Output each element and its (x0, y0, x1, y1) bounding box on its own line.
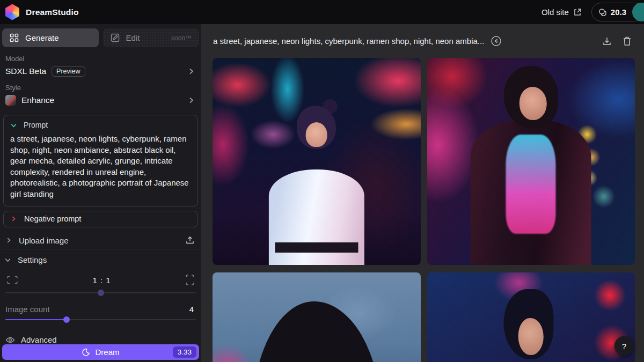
coins-icon (598, 8, 607, 17)
advanced-toggle[interactable]: Advanced (2, 335, 199, 344)
preview-badge: Preview (52, 66, 85, 77)
download-button[interactable] (602, 36, 612, 47)
image-count-row: Image count 4 (2, 305, 199, 314)
negative-prompt-label: Negative prompt (24, 215, 81, 223)
external-link-icon (573, 8, 582, 17)
upload-image-row[interactable]: Upload image (2, 232, 199, 249)
image-count-slider[interactable] (5, 316, 196, 322)
prompt-label: Prompt (24, 121, 48, 129)
dream-cost-badge: 3.33 (173, 346, 196, 358)
sidebar: Generate Edit soon™ Model SDXL Beta Prev… (0, 24, 201, 362)
aspect-ratio-value: 1 : 1 (18, 276, 185, 285)
chevron-right-icon (5, 237, 12, 243)
old-site-label: Old site (541, 8, 569, 17)
style-selector[interactable]: Enhance (2, 94, 199, 107)
generated-image-3[interactable] (213, 272, 421, 362)
landscape-icon[interactable] (6, 275, 18, 285)
figure-decoration (305, 122, 327, 147)
topbar: DreamStudio Old site 20.3 (0, 0, 644, 24)
prompt-section: Prompt a street, japanese, neon lights, … (3, 115, 198, 206)
generated-image-2[interactable] (427, 58, 635, 265)
settings-label: Settings (18, 255, 47, 264)
delete-button[interactable] (622, 36, 632, 47)
moon-icon (82, 348, 90, 357)
image-grid (201, 58, 644, 362)
credits-value: 20.3 (611, 8, 626, 17)
settings-collapse-toggle[interactable]: Settings (2, 254, 199, 267)
tab-edit-label: Edit (126, 33, 140, 42)
upload-image-label: Upload image (19, 236, 69, 245)
dreamstudio-logo-icon (4, 4, 20, 20)
tab-generate[interactable]: Generate (2, 28, 99, 47)
chevron-down-icon (4, 256, 11, 263)
grid-icon (10, 33, 19, 42)
figure-decoration (518, 318, 544, 355)
generated-image-4[interactable] (427, 272, 635, 362)
aspect-ratio-slider[interactable] (5, 289, 196, 295)
chevron-right-icon (10, 216, 17, 222)
dream-button-label: Dream (95, 348, 119, 357)
eye-icon (5, 336, 15, 344)
aspect-ratio-control: 1 : 1 (2, 273, 199, 287)
user-avatar[interactable] (632, 3, 644, 21)
prompt-collapse-toggle[interactable]: Prompt (10, 121, 191, 129)
soon-badge: soon™ (171, 34, 192, 42)
model-value: SDXL Beta (5, 67, 46, 76)
advanced-label: Advanced (21, 335, 57, 344)
style-value: Enhance (21, 95, 54, 105)
aspect-slider-handle[interactable] (98, 290, 104, 296)
upload-icon[interactable] (185, 235, 195, 245)
figure-decoration (519, 87, 546, 120)
figure-decoration (506, 135, 556, 234)
edit-pencil-icon (111, 33, 120, 42)
app-title: DreamStudio (26, 8, 79, 17)
credits-badge[interactable]: 20.3 (591, 3, 644, 21)
generation-header: a street, japanese, neon lights, cyberpu… (201, 24, 644, 58)
style-label: Style (5, 84, 199, 92)
generation-prompt-summary: a street, japanese, neon lights, cyberpu… (213, 36, 484, 46)
image-count-label: Image count (5, 305, 50, 314)
generated-image-1[interactable] (213, 58, 421, 265)
model-label: Model (5, 55, 199, 63)
tab-edit[interactable]: Edit soon™ (103, 28, 200, 47)
negative-prompt-toggle[interactable]: Negative prompt (3, 211, 198, 227)
dream-button[interactable]: Dream 3.33 (2, 344, 199, 360)
chevron-right-icon (187, 97, 195, 104)
image-count-slider-handle[interactable] (63, 316, 70, 323)
main-panel: a street, japanese, neon lights, cyberpu… (201, 24, 644, 362)
chevron-right-icon (187, 68, 195, 75)
image-count-value: 4 (189, 305, 194, 314)
prompt-input[interactable]: a street, japanese, neon lights, cyberpu… (10, 134, 191, 200)
model-selector[interactable]: SDXL Beta Preview (2, 65, 199, 78)
style-thumbnail (5, 95, 16, 106)
help-button[interactable]: ? (614, 336, 634, 356)
tab-generate-label: Generate (25, 33, 59, 42)
figure-decoration (275, 242, 358, 253)
figure-decoration (252, 301, 381, 362)
chevron-down-icon (10, 122, 17, 129)
portrait-icon[interactable] (185, 274, 195, 286)
reuse-prompt-button[interactable] (491, 35, 502, 47)
old-site-link[interactable]: Old site (541, 8, 582, 17)
